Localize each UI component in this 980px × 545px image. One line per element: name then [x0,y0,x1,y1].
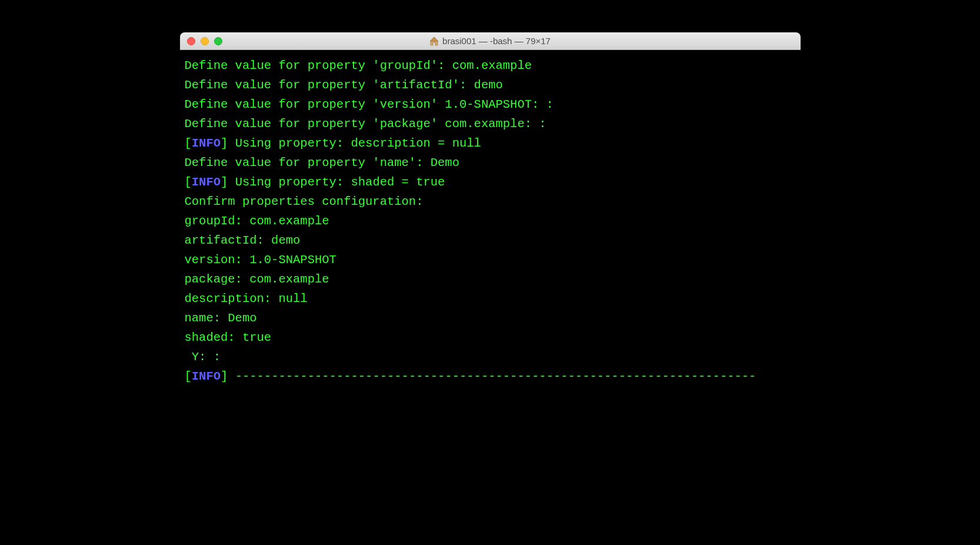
info-tag: INFO [192,137,221,150]
terminal-line: Define value for property 'groupId': com… [185,56,796,75]
terminal-line: [INFO] ---------------------------------… [185,367,796,386]
close-button[interactable] [187,37,195,45]
terminal-body[interactable]: Define value for property 'groupId': com… [180,50,801,397]
terminal-text: Using property: description = null [228,137,481,150]
terminal-text: ----------------------------------------… [228,370,756,383]
terminal-line: description: null [185,289,796,308]
terminal-line: Define value for property 'version' 1.0-… [185,95,796,114]
terminal-line: version: 1.0-SNAPSHOT [185,250,796,270]
terminal-line: package: com.example [185,270,796,289]
terminal-line: [INFO] Using property: shaded = true [185,172,796,192]
terminal-line: shaded: true [185,328,796,347]
terminal-line: Y: : [185,347,796,367]
window-title-container: brasi001 — -bash — 79×17 [180,36,801,46]
terminal-line: Define value for property 'name': Demo [185,153,796,172]
terminal-line: Define value for property 'artifactId': … [185,75,796,95]
terminal-window: brasi001 — -bash — 79×17 Define value fo… [180,32,801,397]
home-icon [429,36,439,46]
window-controls [187,37,222,45]
terminal-line: artifactId: demo [185,231,796,250]
terminal-line: groupId: com.example [185,211,796,231]
terminal-line: Define value for property 'package' com.… [185,114,796,134]
minimize-button[interactable] [201,37,209,45]
terminal-text: Using property: shaded = true [228,175,445,189]
terminal-line: Confirm properties configuration: [185,192,796,211]
window-title: brasi001 — -bash — 79×17 [442,36,551,46]
info-tag: INFO [192,370,221,383]
maximize-button[interactable] [214,37,222,45]
titlebar: brasi001 — -bash — 79×17 [180,32,801,50]
info-tag: INFO [192,175,221,189]
terminal-line: name: Demo [185,308,796,328]
terminal-line: [INFO] Using property: description = nul… [185,134,796,153]
